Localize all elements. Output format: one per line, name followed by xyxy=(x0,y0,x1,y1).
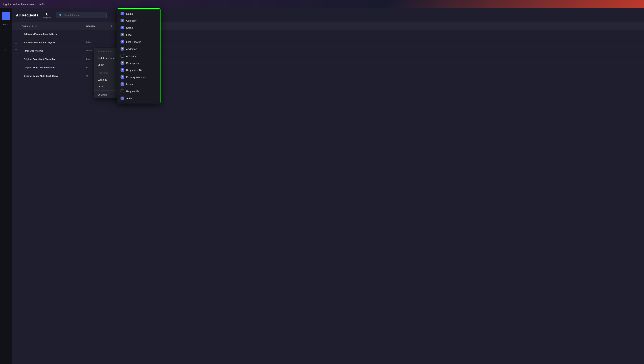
row-checkbox-cell-1 xyxy=(12,41,20,44)
row-checkbox-1[interactable] xyxy=(14,41,17,44)
row-checkbox-5[interactable] xyxy=(14,74,17,77)
column-item-action[interactable]: Action xyxy=(117,95,160,102)
row-name-text-0: 2.0 Music Masters Final Edits f... xyxy=(24,33,57,35)
requests-count: 6 xyxy=(46,12,48,16)
row-name-text-3: Original Score Multi-Track Rec... xyxy=(24,58,57,60)
column-item-name[interactable]: Name xyxy=(117,10,160,17)
column-item-requested-by[interactable]: Requested By xyxy=(117,66,160,74)
row-checkbox-cell-4 xyxy=(12,66,20,69)
col-checkbox-5[interactable] xyxy=(120,47,124,50)
main-container: Reset › › › › All Requests 6 Requests 🔍 xyxy=(0,8,644,364)
col-label-9: Delivery Workflow xyxy=(126,76,146,78)
col-checkbox-6[interactable] xyxy=(120,54,124,58)
columns-list: Name Category Status Files Last Updated … xyxy=(117,10,160,102)
col-checkbox-12[interactable] xyxy=(120,96,124,100)
col-checkbox-10[interactable] xyxy=(120,82,124,86)
col-label-11: Request ID xyxy=(126,90,139,93)
row-name-3: › Original Score Multi-Track Rec... xyxy=(20,58,84,60)
name-column-label: Name xyxy=(22,25,28,27)
column-item-last-updated[interactable]: Last Updated xyxy=(117,38,160,45)
column-item-description[interactable]: Description xyxy=(117,60,160,66)
column-item-status[interactable]: Status xyxy=(117,24,160,31)
row-name-text-5: Original Songs Multi-Track Rec... xyxy=(24,75,58,77)
col-label-2: Status xyxy=(126,26,134,29)
header-bar: ing final and archival assets to Netflix… xyxy=(0,0,644,8)
col-label-12: Action xyxy=(126,97,133,100)
column-item-notes[interactable]: Notes xyxy=(117,80,160,88)
requests-header: All Requests 6 Requests 🔍 xyxy=(12,8,644,22)
row-checkbox-cell-2 xyxy=(12,49,20,52)
row-chevron-1[interactable]: › xyxy=(22,41,22,44)
column-item-category[interactable]: Category xyxy=(117,17,160,24)
column-header-name: Name ≡↓ 1 ☰ xyxy=(20,24,84,28)
row-name-0: › 2.0 Music Masters Final Edits f... xyxy=(20,33,84,35)
col-checkbox-11[interactable] xyxy=(120,90,124,93)
table-row[interactable]: › 2.0 Music Masters for Original ... del… xyxy=(12,38,644,47)
col-label-1: Category xyxy=(126,19,136,22)
row-checkbox-0[interactable] xyxy=(14,32,17,35)
col-checkbox-7[interactable] xyxy=(120,61,124,65)
table-row[interactable]: › 2.0 Music Masters Final Edits f... 0 F… xyxy=(12,30,644,38)
col-label-7: Description xyxy=(126,62,139,64)
columns-panel: Name Category Status Files Last Updated … xyxy=(117,8,160,104)
requests-count-block: 6 Requests xyxy=(43,12,51,19)
row-name-text-4: Original Song Documents and ... xyxy=(24,66,58,69)
row-name-2: › Final Music Stems xyxy=(20,50,84,52)
table-header: Name ≡↓ 1 ☰ Category s Files Las xyxy=(12,22,644,30)
col-label-5: Added on xyxy=(126,48,137,50)
left-sidebar: Reset › › › › xyxy=(0,8,12,364)
row-name-text-2: Final Music Stems xyxy=(24,50,43,52)
row-chevron-2[interactable]: › xyxy=(22,50,22,52)
row-name-4: › Original Song Documents and ... xyxy=(20,66,84,69)
content-area: All Requests 6 Requests 🔍 Name ≡↓ 1 xyxy=(12,8,644,364)
row-category-1: delivery xyxy=(84,41,109,44)
sidebar-chevron-4[interactable]: › xyxy=(5,48,6,52)
row-chevron-4[interactable]: › xyxy=(22,66,22,69)
row-chevron-3[interactable]: › xyxy=(22,58,22,60)
requests-count-label: Requests xyxy=(43,16,51,19)
col-checkbox-8[interactable] xyxy=(120,68,124,72)
row-name-1: › 2.0 Music Masters for Original ... xyxy=(20,41,84,44)
row-name-5: › Original Songs Multi-Track Rec... xyxy=(20,75,84,77)
column-item-added-on[interactable]: Added on xyxy=(117,45,160,52)
row-chevron-5[interactable]: › xyxy=(22,75,22,77)
sidebar-chevron-1[interactable]: › xyxy=(5,29,6,32)
search-icon: 🔍 xyxy=(59,14,62,17)
column-menu-icon[interactable]: ☰ xyxy=(34,24,37,28)
col-label-6: Assignee xyxy=(126,54,137,58)
col-checkbox-9[interactable] xyxy=(120,76,124,79)
column-item-delivery-workflow[interactable]: Delivery Workflow xyxy=(117,74,160,80)
col-checkbox-1[interactable] xyxy=(120,19,124,22)
col-checkbox-0[interactable] xyxy=(120,12,124,15)
column-item-assignee[interactable]: Assignee xyxy=(117,52,160,60)
reset-label[interactable]: Reset xyxy=(3,24,8,26)
row-chevron-0[interactable]: › xyxy=(22,33,22,35)
sidebar-accent-bar xyxy=(2,12,10,20)
col-checkbox-4[interactable] xyxy=(120,40,124,44)
row-checkbox-3[interactable] xyxy=(14,58,17,60)
col-label-4: Last Updated xyxy=(126,40,141,43)
row-checkbox-cell-0 xyxy=(12,32,20,35)
select-all-checkbox[interactable] xyxy=(14,25,17,27)
col-label-8: Requested By xyxy=(126,69,142,72)
page-title: All Requests xyxy=(16,13,38,18)
sort-badge: 1 xyxy=(32,25,33,27)
col-checkbox-3[interactable] xyxy=(120,33,124,36)
row-checkbox-4[interactable] xyxy=(14,66,17,69)
column-item-files[interactable]: Files xyxy=(117,31,160,38)
col-label-10: Notes xyxy=(126,83,133,86)
row-checkbox-cell-3 xyxy=(12,58,20,60)
select-all-checkbox-cell xyxy=(12,25,20,27)
sidebar-chevron-3[interactable]: › xyxy=(5,42,6,45)
search-input[interactable] xyxy=(64,14,98,16)
col-label-3: Files xyxy=(126,34,132,36)
sidebar-chevron-2[interactable]: › xyxy=(5,36,6,38)
col-checkbox-2[interactable] xyxy=(120,26,124,30)
header-subtitle: ing final and archival assets to Netflix… xyxy=(3,3,46,6)
col-label-0: Name xyxy=(126,12,133,15)
row-checkbox-cell-5 xyxy=(12,74,20,77)
column-header-category: Category xyxy=(84,25,109,27)
column-item-request-id[interactable]: Request ID xyxy=(117,88,160,95)
search-bar[interactable]: 🔍 xyxy=(56,12,106,18)
row-checkbox-2[interactable] xyxy=(14,49,17,52)
